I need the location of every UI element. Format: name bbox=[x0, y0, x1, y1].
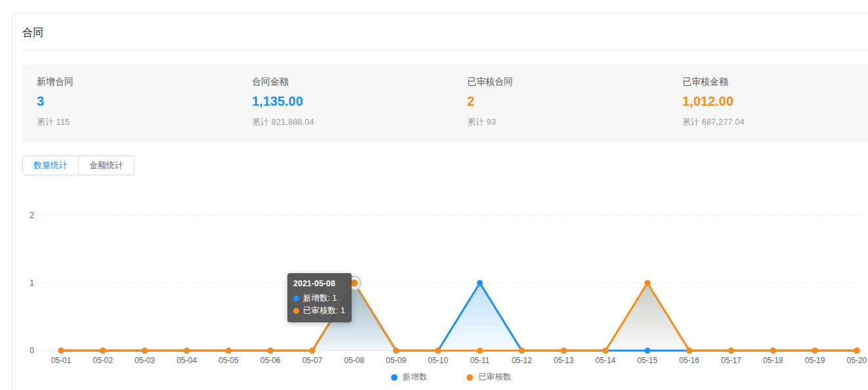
data-point[interactable] bbox=[268, 348, 274, 354]
stat-value: 2 bbox=[467, 94, 668, 109]
x-axis-tick: 05-19 bbox=[805, 356, 825, 365]
stat-label: 已审核合同 bbox=[467, 76, 668, 88]
data-point[interactable] bbox=[58, 348, 64, 354]
stat-total: 累计 93 bbox=[467, 116, 668, 128]
data-point[interactable] bbox=[226, 348, 232, 354]
tab-amount-stats[interactable]: 金额统计 bbox=[78, 156, 134, 175]
data-point[interactable] bbox=[561, 348, 567, 354]
page-title: 合同 bbox=[22, 27, 43, 38]
data-point[interactable] bbox=[812, 348, 818, 354]
stat-value: 1,012.00 bbox=[682, 94, 868, 109]
y-axis-tick: 2 bbox=[30, 211, 34, 220]
x-axis-tick: 05-09 bbox=[386, 356, 406, 365]
data-point[interactable] bbox=[854, 348, 859, 354]
x-axis-tick: 05-04 bbox=[176, 356, 197, 365]
data-point[interactable] bbox=[477, 280, 483, 286]
x-axis-tick: 05-17 bbox=[721, 356, 741, 365]
data-point[interactable] bbox=[686, 348, 692, 354]
data-point[interactable] bbox=[100, 348, 106, 354]
stat-value: 3 bbox=[37, 94, 238, 109]
data-point[interactable] bbox=[770, 348, 776, 354]
chart-section: 01205-0105-0205-0305-0405-0505-0605-0705… bbox=[0, 197, 868, 390]
y-axis-tick: 1 bbox=[30, 278, 34, 288]
stat-total: 累计 115 bbox=[37, 116, 238, 128]
legend-item-audited[interactable]: 已审核数 bbox=[466, 372, 511, 383]
x-axis-tick: 05-15 bbox=[637, 356, 657, 365]
data-point[interactable] bbox=[435, 348, 441, 354]
x-axis-tick: 05-16 bbox=[679, 356, 699, 365]
stat-label: 已审核金额 bbox=[682, 76, 868, 88]
stat-total: 累计 821,888.04 bbox=[252, 116, 453, 128]
stat-type-tabs: 数量统计 金额统计 bbox=[22, 156, 134, 175]
chart-legend: 新增数 已审核数 bbox=[0, 372, 868, 383]
x-axis-tick: 05-05 bbox=[218, 356, 239, 365]
stat-new-contracts: 新增合同 3 累计 115 bbox=[22, 65, 238, 142]
data-point[interactable] bbox=[310, 348, 316, 354]
legend-item-new[interactable]: 新增数 bbox=[391, 372, 428, 383]
tooltip-row-text: 已审核数: 1 bbox=[303, 305, 345, 317]
tooltip-row: 新增数: 1 bbox=[293, 292, 345, 305]
stats-panel: 新增合同 3 累计 115 合同金额 1,135.00 累计 821,888.0… bbox=[22, 65, 868, 142]
x-axis-tick: 05-02 bbox=[93, 356, 113, 365]
data-point[interactable] bbox=[644, 348, 650, 354]
tab-quantity-stats[interactable]: 数量统计 bbox=[22, 156, 79, 175]
card-header: 合同 bbox=[22, 14, 868, 51]
stat-label: 合同金额 bbox=[252, 76, 453, 88]
chart-tooltip: 2021-05-08 新增数: 1 已审核数: 1 bbox=[287, 273, 352, 322]
x-axis-tick: 05-08 bbox=[344, 356, 365, 365]
x-axis-tick: 05-06 bbox=[260, 356, 281, 365]
x-axis-tick: 05-03 bbox=[134, 356, 155, 365]
x-axis-tick: 05-12 bbox=[512, 356, 532, 365]
data-point[interactable] bbox=[393, 348, 399, 354]
x-axis-tick: 05-11 bbox=[470, 356, 489, 365]
stat-total: 累计 687,277.04 bbox=[682, 116, 868, 128]
stat-audited-contracts: 已审核合同 2 累计 93 bbox=[453, 65, 668, 142]
x-axis-tick: 05-07 bbox=[302, 356, 323, 365]
data-point[interactable] bbox=[184, 348, 190, 354]
stat-value: 1,135.00 bbox=[252, 94, 453, 109]
tooltip-row-text: 新增数: 1 bbox=[303, 292, 337, 305]
series-dot-icon bbox=[293, 308, 299, 314]
legend-dot-icon bbox=[391, 374, 398, 381]
x-axis-tick: 05-20 bbox=[847, 356, 867, 365]
contract-card: 合同 新增合同 3 累计 115 合同金额 1,135.00 累计 821,88… bbox=[12, 13, 868, 390]
y-axis-tick: 0 bbox=[30, 346, 34, 355]
x-axis-tick: 05-18 bbox=[763, 356, 783, 365]
data-point[interactable] bbox=[519, 348, 525, 354]
x-axis-tick: 05-01 bbox=[51, 356, 72, 365]
legend-dot-icon bbox=[466, 374, 473, 381]
data-point[interactable] bbox=[477, 348, 483, 354]
grid-lines: 012 bbox=[30, 211, 863, 355]
line-chart[interactable]: 01205-0105-0205-0305-0405-0505-0605-0705… bbox=[0, 197, 868, 390]
data-point[interactable] bbox=[602, 348, 608, 354]
data-point[interactable] bbox=[728, 348, 734, 354]
tooltip-date: 2021-05-08 bbox=[293, 278, 345, 290]
data-point[interactable] bbox=[644, 280, 650, 286]
stat-label: 新增合同 bbox=[37, 76, 238, 88]
tooltip-row: 已审核数: 1 bbox=[293, 305, 345, 317]
x-axis-labels: 05-0105-0205-0305-0405-0505-0605-0705-08… bbox=[51, 356, 867, 365]
x-axis-tick: 05-10 bbox=[428, 356, 448, 365]
x-axis-tick: 05-13 bbox=[554, 356, 574, 365]
stat-audited-amount: 已审核金额 1,012.00 累计 687,277.04 bbox=[668, 65, 868, 142]
x-axis-tick: 05-14 bbox=[596, 356, 616, 365]
series-dot-icon bbox=[293, 295, 299, 301]
stat-contract-amount: 合同金额 1,135.00 累计 821,888.04 bbox=[238, 65, 453, 142]
data-point[interactable] bbox=[142, 348, 148, 354]
